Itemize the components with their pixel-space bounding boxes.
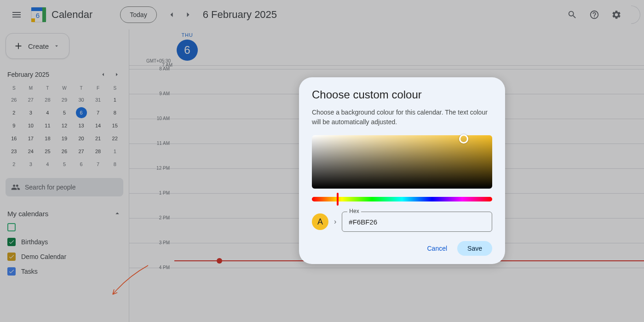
saturation-thumb[interactable] <box>459 134 468 144</box>
custom-colour-modal: Choose custom colour Choose a background… <box>299 77 505 264</box>
hue-thumb[interactable] <box>337 193 339 206</box>
modal-description: Choose a background colour for this cale… <box>312 108 492 127</box>
hue-slider[interactable] <box>312 197 492 201</box>
colour-preview-chip: A <box>312 213 328 230</box>
saturation-picker[interactable] <box>312 135 492 189</box>
chevron-right-icon: › <box>334 218 336 226</box>
hex-label: Hex <box>347 208 361 214</box>
modal-title: Choose custom colour <box>312 88 492 101</box>
hex-field: Hex <box>342 212 492 232</box>
hex-input[interactable] <box>342 212 492 232</box>
cancel-button[interactable]: Cancel <box>420 241 454 256</box>
save-button[interactable]: Save <box>457 241 492 256</box>
